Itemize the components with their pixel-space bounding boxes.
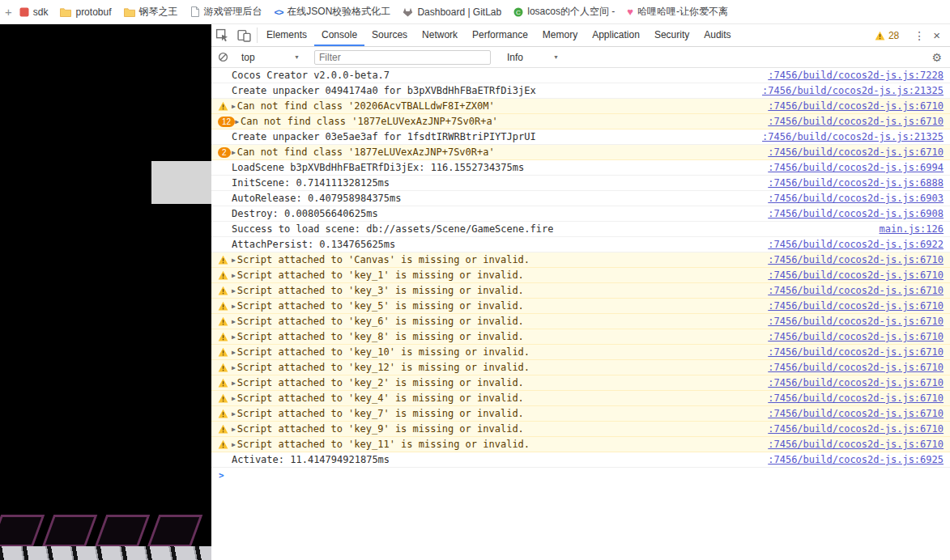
piano-key	[147, 515, 203, 547]
console-source-link[interactable]: :7456/build/cocos2d-js.js:6922	[758, 239, 944, 250]
console-source-link[interactable]: :7456/build/cocos2d-js.js:21325	[752, 85, 944, 96]
console-row: ▶ Script attached to 'key_12' is missing…	[211, 360, 950, 375]
chevron-down-icon: ▼	[553, 54, 559, 60]
expand-arrow-icon[interactable]: ▶	[232, 103, 236, 110]
warning-icon	[218, 347, 228, 357]
devtools-tabbar: ElementsConsoleSourcesNetworkPerformance…	[211, 24, 950, 47]
expand-arrow-icon[interactable]: ▶	[232, 303, 236, 310]
console-settings-gear-icon[interactable]: ⚙	[931, 51, 944, 64]
clear-console-icon[interactable]	[218, 52, 228, 62]
console-prompt-row[interactable]: >	[211, 468, 950, 483]
warning-icon	[218, 255, 228, 265]
execution-context-value: top	[241, 52, 255, 63]
expand-arrow-icon[interactable]: ▶	[232, 380, 236, 387]
log-level-select[interactable]: Info ▼	[504, 52, 562, 63]
bookmark-item[interactable]: sdk	[19, 6, 49, 18]
console-source-link[interactable]: :7456/build/cocos2d-js.js:6903	[758, 193, 944, 204]
console-message-text: Script attached to 'key_1' is missing or…	[237, 269, 524, 281]
console-source-link[interactable]: :7456/build/cocos2d-js.js:6710	[758, 331, 944, 342]
tab-audits[interactable]: Audits	[697, 24, 738, 46]
expand-arrow-icon[interactable]: ▶	[232, 426, 236, 433]
devtools-tabbar-right: 28 ⋮ ×	[875, 24, 950, 46]
console-source-link[interactable]: :7456/build/cocos2d-js.js:6710	[758, 346, 944, 358]
console-source-link[interactable]: :7456/build/cocos2d-js.js:21325	[752, 131, 944, 142]
console-source-link[interactable]: main.js:126	[870, 223, 944, 235]
expand-arrow-icon[interactable]: ▶	[232, 364, 236, 371]
expand-arrow-icon[interactable]: ▶	[232, 349, 236, 356]
execution-context-select[interactable]: top ▼	[238, 52, 303, 63]
device-toolbar-icon[interactable]	[233, 24, 255, 46]
folder-icon	[60, 7, 71, 17]
console-row: AutoRelease: 0.407958984375ms :7456/buil…	[211, 191, 950, 206]
expand-arrow-icon[interactable]: ▶	[232, 333, 236, 341]
console-source-link[interactable]: :7456/build/cocos2d-js.js:6710	[758, 254, 944, 265]
tab-application[interactable]: Application	[585, 24, 647, 46]
bookmark-label: Dashboard | GitLab	[417, 6, 501, 18]
expand-arrow-icon[interactable]: ▶	[232, 318, 236, 325]
expand-arrow-icon[interactable]: ▶	[232, 272, 236, 279]
green-c-icon: C	[513, 7, 523, 17]
bookmark-item[interactable]: Dashboard | GitLab	[403, 6, 501, 18]
console-row: ▶ Script attached to 'key_1' is missing …	[211, 268, 950, 283]
expand-arrow-icon[interactable]: ▶	[232, 149, 236, 156]
console-row-icon-slot	[218, 255, 232, 265]
console-source-link[interactable]: :7456/build/cocos2d-js.js:6710	[758, 377, 944, 388]
tab-memory[interactable]: Memory	[535, 24, 585, 46]
console-source-link[interactable]: :7456/build/cocos2d-js.js:6710	[758, 269, 944, 281]
bookmark-label: protobuf	[75, 6, 111, 18]
console-source-link[interactable]: :7456/build/cocos2d-js.js:6710	[758, 285, 944, 296]
console-source-link[interactable]: :7456/build/cocos2d-js.js:6710	[758, 392, 944, 404]
tab-security[interactable]: Security	[647, 24, 697, 46]
bookmark-item[interactable]: <> 在线JSON校验格式化工	[275, 5, 391, 19]
plus-icon[interactable]: +	[5, 5, 12, 19]
console-message-text: Create unpacker 03e5ae3af for 1fsdtIRWRB…	[232, 131, 536, 142]
console-source-link[interactable]: :7456/build/cocos2d-js.js:6710	[758, 116, 944, 127]
console-source-link[interactable]: :7456/build/cocos2d-js.js:7228	[758, 70, 944, 81]
close-devtools-icon[interactable]: ×	[931, 28, 947, 42]
tab-console[interactable]: Console	[314, 24, 364, 46]
console-source-link[interactable]: :7456/build/cocos2d-js.js:6925	[758, 454, 944, 465]
tab-performance[interactable]: Performance	[465, 24, 535, 46]
expand-arrow-icon[interactable]: ▶	[232, 441, 236, 448]
console-source-link[interactable]: :7456/build/cocos2d-js.js:6908	[758, 208, 944, 219]
expand-arrow-icon[interactable]: ▶	[232, 257, 236, 264]
warning-icon	[218, 301, 228, 311]
bookmark-item[interactable]: ♥ 哈哩哈哩-让你爱不离	[627, 5, 728, 19]
game-canvas-area[interactable]	[0, 24, 211, 560]
expand-arrow-icon[interactable]: ▶	[235, 118, 239, 125]
tab-sources[interactable]: Sources	[364, 24, 415, 46]
console-row-icon-slot: 12	[218, 117, 235, 127]
bookmark-item[interactable]: C losacos的个人空间 -	[513, 5, 615, 19]
console-row: Success to load scene: db://assets/Scene…	[211, 222, 950, 237]
console-source-link[interactable]: :7456/build/cocos2d-js.js:6710	[758, 316, 944, 327]
console-row: Destroy: 0.008056640625ms :7456/build/co…	[211, 206, 950, 222]
console-row-icon-slot	[218, 409, 232, 418]
console-source-link[interactable]: :7456/build/cocos2d-js.js:6710	[758, 423, 944, 435]
console-source-link[interactable]: :7456/build/cocos2d-js.js:6994	[758, 162, 944, 173]
console-row: ▶ Script attached to 'key_9' is missing …	[211, 422, 950, 437]
console-row-icon-slot	[218, 301, 232, 311]
expand-arrow-icon[interactable]: ▶	[232, 395, 236, 402]
console-source-link[interactable]: :7456/build/cocos2d-js.js:6710	[758, 439, 944, 450]
expand-arrow-icon[interactable]: ▶	[232, 287, 236, 295]
expand-arrow-icon[interactable]: ▶	[232, 410, 236, 418]
code-icon: <>	[275, 7, 283, 17]
tab-elements[interactable]: Elements	[259, 24, 314, 46]
console-source-link[interactable]: :7456/build/cocos2d-js.js:6888	[758, 177, 944, 189]
kebab-menu-icon[interactable]: ⋮	[907, 29, 931, 42]
bookmark-item[interactable]: 游戏管理后台	[190, 5, 262, 19]
console-row: ▶ Script attached to 'key_4' is missing …	[211, 391, 950, 406]
console-source-link[interactable]: :7456/build/cocos2d-js.js:6710	[758, 362, 944, 373]
console-source-link[interactable]: :7456/build/cocos2d-js.js:6710	[758, 100, 944, 112]
console-source-link[interactable]: :7456/build/cocos2d-js.js:6710	[758, 300, 944, 312]
warnings-indicator[interactable]: 28	[875, 30, 899, 41]
console-filter-input[interactable]	[314, 50, 491, 65]
warning-icon	[218, 316, 228, 326]
inspect-element-icon[interactable]	[211, 24, 233, 46]
tab-network[interactable]: Network	[415, 24, 465, 46]
bookmark-item[interactable]: protobuf	[60, 6, 111, 18]
bookmark-item[interactable]: 钢琴之王	[124, 5, 178, 19]
console-source-link[interactable]: :7456/build/cocos2d-js.js:6710	[758, 146, 944, 158]
console-message-text: Script attached to 'key_3' is missing or…	[237, 285, 524, 296]
console-source-link[interactable]: :7456/build/cocos2d-js.js:6710	[758, 408, 944, 419]
